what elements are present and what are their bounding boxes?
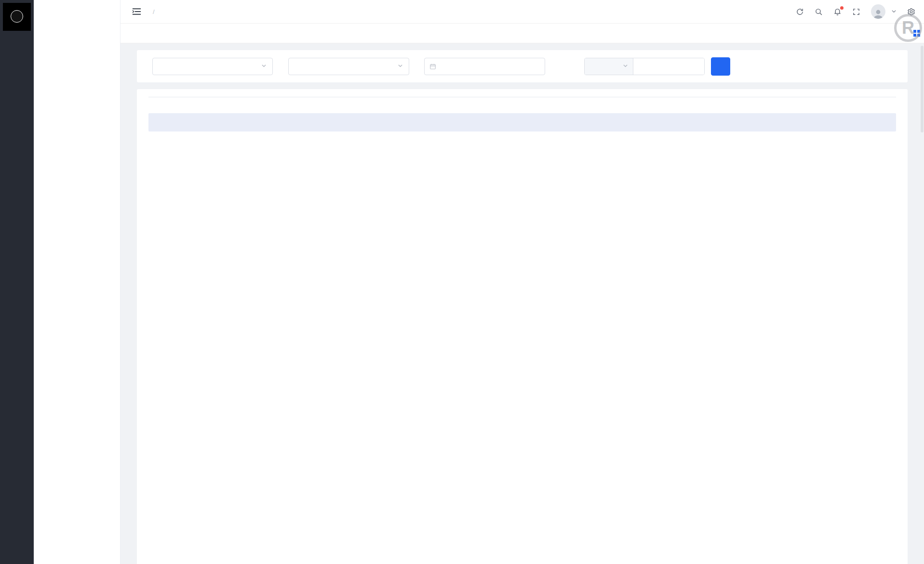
breadcrumb-separator: / — [153, 8, 155, 15]
avatar — [871, 4, 885, 19]
page-tabbar — [121, 24, 924, 43]
orders-table — [148, 113, 896, 131]
apps-grid-icon[interactable] — [913, 30, 921, 37]
top-header: / — [121, 0, 924, 24]
content-area — [121, 43, 924, 564]
chevron-down-icon — [623, 63, 628, 70]
fullscreen-icon[interactable] — [852, 8, 860, 16]
collapse-sidebar-icon[interactable] — [132, 8, 141, 15]
notification-dot — [840, 6, 844, 10]
chevron-down-icon — [891, 7, 897, 16]
table-header-row — [148, 113, 896, 131]
icon-rail — [0, 0, 34, 564]
orders-panel — [137, 89, 908, 564]
search-combo — [584, 58, 705, 75]
chevron-down-icon — [261, 63, 267, 70]
main-area: / — [121, 0, 924, 564]
search-input[interactable] — [633, 58, 704, 75]
app-root: / — [0, 0, 924, 564]
store-name — [34, 0, 120, 26]
user-menu[interactable] — [871, 4, 897, 19]
gear-icon[interactable] — [907, 8, 915, 16]
chevron-down-icon — [398, 63, 403, 70]
order-status-select[interactable] — [152, 58, 273, 75]
notification-bell-icon[interactable] — [833, 8, 842, 16]
pay-method-select[interactable] — [288, 58, 409, 75]
header-actions — [796, 4, 915, 19]
search-scope-select[interactable] — [585, 58, 633, 75]
filter-panel — [137, 50, 908, 82]
query-button[interactable] — [711, 57, 730, 76]
search-icon[interactable] — [815, 8, 823, 16]
refresh-icon[interactable] — [796, 8, 804, 16]
sub-sidebar — [34, 0, 121, 564]
vertical-scrollbar[interactable] — [921, 46, 924, 132]
calendar-icon — [429, 63, 436, 70]
date-range-picker[interactable] — [424, 58, 545, 75]
brand-logo[interactable] — [3, 3, 31, 31]
brand-logo-icon — [11, 10, 23, 23]
